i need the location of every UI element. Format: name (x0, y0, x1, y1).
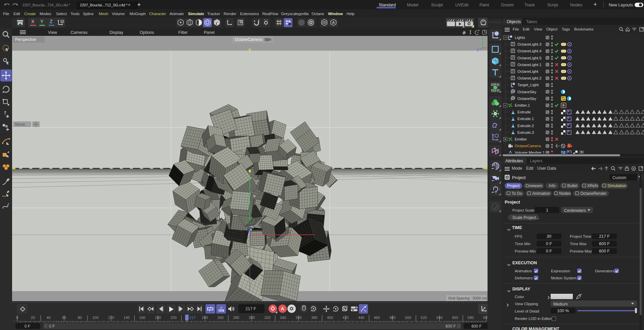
svg-text:OctaneLight.1: OctaneLight.1 (517, 63, 542, 67)
svg-text:Move: Move (15, 122, 25, 127)
svg-text:20: 20 (31, 316, 35, 320)
svg-text:100: 100 (92, 316, 98, 320)
svg-text:Target_Light: Target_Light (517, 83, 539, 87)
svg-text:Extrude.3: Extrude.3 (517, 130, 534, 134)
svg-text:A: A (220, 306, 222, 309)
svg-text:400: 400 (327, 316, 333, 320)
svg-text:Z: Z (477, 48, 479, 52)
svg-text:OctaneSky: OctaneSky (517, 90, 536, 94)
svg-text:A: A (281, 306, 284, 311)
svg-text:80: 80 (78, 316, 82, 320)
svg-text:500: 500 (405, 316, 411, 320)
svg-text:40: 40 (46, 316, 50, 320)
svg-text:?: ? (581, 151, 583, 154)
svg-text:SP: SP (511, 65, 513, 67)
svg-text:Perspective: Perspective (15, 37, 36, 42)
svg-text:SP: SP (511, 79, 513, 80)
svg-text:580: 580 (468, 316, 474, 320)
svg-text:320: 320 (264, 316, 270, 320)
svg-text:600: 600 (483, 316, 488, 320)
svg-text:OctaneLight: OctaneLight (517, 69, 539, 73)
svg-text:340: 340 (280, 316, 286, 320)
svg-text:440: 440 (358, 316, 364, 320)
svg-text:Volume Mesher 1: Volume Mesher 1 (515, 151, 545, 154)
svg-text:ST: ST (491, 191, 495, 194)
svg-text:260: 260 (218, 316, 224, 320)
svg-text:Extrude.2: Extrude.2 (517, 124, 534, 128)
svg-text:Emitter: Emitter (515, 137, 527, 141)
svg-text:460: 460 (374, 316, 380, 320)
svg-text:560: 560 (452, 316, 458, 320)
svg-text:OctaneLight.2: OctaneLight.2 (517, 76, 542, 80)
svg-text:OctaneCamera: OctaneCamera (235, 37, 262, 42)
svg-text:200: 200 (171, 316, 177, 320)
svg-text:OctaneCamera: OctaneCamera (515, 144, 541, 148)
svg-text:380: 380 (311, 316, 317, 320)
svg-text:OctaneSky: OctaneSky (517, 97, 536, 101)
svg-text:Extrude: Extrude (517, 110, 531, 114)
svg-text:ST: ST (491, 167, 495, 170)
svg-text:SP: SP (511, 58, 513, 60)
svg-text:SP: SP (511, 52, 513, 53)
svg-text:520: 520 (421, 316, 427, 320)
svg-text:Y: Y (481, 37, 484, 41)
svg-text:SP: SP (511, 92, 513, 94)
svg-text:OctaneLight.3: OctaneLight.3 (517, 42, 542, 46)
svg-text:160: 160 (139, 316, 145, 320)
svg-text:Grid Spacing : 5000 cm: Grid Spacing : 5000 cm (448, 296, 487, 300)
svg-text:OctaneLight.5: OctaneLight.5 (517, 56, 542, 60)
svg-text:SP: SP (511, 99, 513, 101)
svg-text:Lights: Lights (515, 36, 525, 40)
svg-text:A: A (332, 20, 335, 24)
svg-text:217: 217 (189, 316, 196, 320)
svg-text:280: 280 (233, 316, 239, 320)
svg-text:Emitter.1: Emitter.1 (515, 103, 530, 107)
svg-text:ST: ST (491, 179, 495, 182)
svg-text:Extrude.1: Extrude.1 (517, 117, 534, 121)
svg-text:SP: SP (511, 72, 513, 74)
svg-text:140: 140 (124, 316, 130, 320)
svg-text:OctaneLight.4: OctaneLight.4 (517, 49, 542, 53)
svg-text:SP: SP (511, 45, 513, 47)
